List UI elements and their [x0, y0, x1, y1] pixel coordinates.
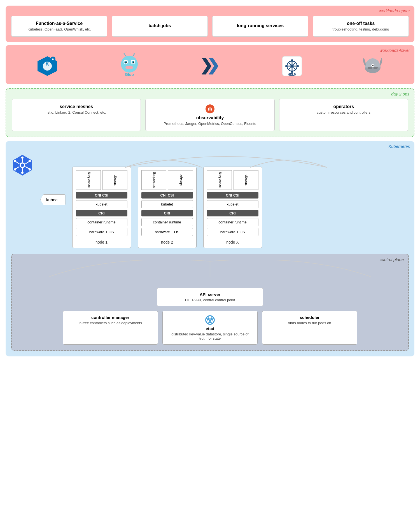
controller-manager-sub: in-tree controllers such as deployments: [68, 321, 153, 325]
nodeX-container-runtime: container runtime: [207, 218, 258, 226]
knative-icon: K n: [36, 55, 59, 77]
card-oneoff: one-off tasks troubleshooting, testing, …: [313, 16, 409, 37]
svg-point-31: [291, 59, 293, 62]
nodes-row: networking storage CNI CSI kubelet CRI: [72, 167, 409, 248]
day2-operators-card: operators custom resources and controlle…: [279, 99, 408, 131]
kuma-icon-item: [200, 55, 223, 77]
node1-label: node 1: [76, 240, 127, 244]
workloads-upper-cards: Function-as-a-Service Kubeless, OpenFaaS…: [11, 16, 409, 37]
scheduler-sub: finds nodes to run pods on: [267, 321, 352, 325]
gloo-icon-item: Gloo: [117, 53, 142, 79]
control-plane-arcs: [17, 260, 403, 282]
workloads-upper-section: workloads-upper Function-as-a-Service Ku…: [6, 6, 414, 42]
node2-top: networking storage: [141, 170, 193, 190]
node2-cni: CNI: [160, 193, 167, 197]
workloads-lower-icons: K n Gloo: [11, 53, 409, 79]
svg-rect-44: [211, 108, 212, 111]
node2-hardware-os: hardware + OS: [141, 228, 193, 236]
svg-text:HELM: HELM: [288, 73, 296, 76]
node1-storage: storage: [102, 170, 127, 190]
main-container: workloads-upper Function-as-a-Service Ku…: [6, 6, 414, 356]
day2-observability-card: observability Prometheus, Jaeger, OpenMe…: [145, 99, 274, 131]
nodeX-label: node X: [207, 240, 258, 244]
card-batch: batch jobs: [112, 16, 208, 37]
svg-point-12: [125, 66, 133, 69]
nodeX-top: networking storage: [207, 170, 258, 190]
brigade-icon-item: [361, 55, 384, 77]
svg-point-5: [121, 56, 138, 73]
day2-service-meshes-sub: Istio, Linkerd 2, Consul Connect, etc.: [18, 110, 135, 115]
svg-rect-38: [372, 67, 374, 73]
controller-manager-title: controller manager: [68, 315, 153, 320]
card-longrunning-title: long-running services: [237, 23, 284, 28]
svg-text:K: K: [46, 61, 49, 67]
node2-cni-csi: CNI CSI: [141, 192, 193, 199]
svg-point-58: [14, 168, 16, 171]
svg-line-14: [125, 54, 126, 56]
card-faas-sub: Kubeless, OpenFaaS, OpenWhisk, etc.: [27, 27, 91, 31]
card-batch-title: batch jobs: [148, 23, 171, 28]
etcd-card: etcd distributed key-value datastore, si…: [162, 311, 258, 345]
day2-observability-title: observability: [151, 115, 269, 120]
day2-ops-cards: service meshes Istio, Linkerd 2, Consul …: [12, 99, 408, 131]
svg-point-11: [133, 62, 134, 63]
svg-marker-18: [202, 58, 211, 74]
node1-top: networking storage: [76, 170, 127, 190]
day2-operators-title: operators: [285, 104, 402, 109]
svg-point-22: [290, 64, 294, 68]
svg-point-56: [14, 160, 16, 162]
node1-container-runtime: container runtime: [76, 218, 127, 226]
node1-networking: networking: [76, 170, 101, 190]
scheduler-card: scheduler finds nodes to run pods on: [262, 311, 357, 345]
node1-csi: CSI: [102, 193, 108, 197]
nodeX-kubelet: kubelet: [207, 200, 258, 208]
workloads-lower-section: workloads-lower K n: [6, 45, 414, 84]
svg-point-54: [21, 157, 24, 159]
control-plane-bottom-row: controller manager in-tree controllers s…: [17, 311, 403, 345]
node2-kubelet: kubelet: [141, 200, 193, 208]
svg-point-10: [125, 62, 127, 63]
day2-ops-section: day 2 ops service meshes Istio, Linkerd …: [6, 88, 414, 137]
day2-observability-sub: Prometheus, Jaeger, OpenMetrics, OpenCen…: [151, 122, 269, 126]
node1-cri: CRI: [98, 211, 104, 215]
nodeX-cri-row: CRI: [207, 210, 258, 216]
etcd-icon: [205, 315, 215, 325]
node1-kubelet: kubelet: [76, 200, 127, 208]
nodes-area: networking storage CNI CSI kubelet CRI: [72, 151, 409, 248]
node2-label: node 2: [141, 240, 193, 244]
node2-networking: networking: [141, 170, 166, 190]
svg-text:Gloo: Gloo: [125, 72, 134, 77]
node2-csi: CSI: [168, 193, 174, 197]
node1-box: networking storage CNI CSI kubelet CRI: [72, 167, 131, 248]
card-oneoff-sub: troubleshooting, testing, debugging: [332, 27, 389, 31]
helm-icon-item: HELM: [281, 55, 303, 77]
kubernetes-helm-icon: [11, 154, 34, 176]
nodeX-box: networking storage CNI CSI kubelet CRI: [203, 167, 262, 248]
workloads-lower-label: workloads-lower: [380, 48, 410, 53]
nodeX-networking: networking: [207, 170, 232, 190]
node1-cni: CNI: [95, 193, 101, 197]
nodeX-cni: CNI: [226, 193, 232, 197]
helm-icon: HELM: [281, 55, 303, 77]
knative-icon-item: K n: [36, 55, 59, 77]
kubectl-box: kubectl: [40, 194, 66, 205]
card-faas-title: Function-as-a-Service: [36, 21, 83, 26]
day2-operators-sub: custom resources and controllers: [285, 110, 402, 115]
gloo-icon: Gloo: [117, 53, 142, 79]
prometheus-icon: [205, 104, 215, 114]
node1-cni-csi: CNI CSI: [76, 192, 127, 199]
kubernetes-label: Kubernetes: [388, 144, 410, 149]
etcd-sub: distributed key-value datastore, single …: [168, 332, 252, 340]
scheduler-title: scheduler: [267, 315, 352, 320]
node2-cri: CRI: [164, 211, 170, 215]
controller-manager-card: controller manager in-tree controllers s…: [63, 311, 158, 345]
svg-point-47: [21, 164, 24, 167]
kuma-icon: [200, 55, 223, 77]
svg-line-16: [133, 54, 134, 56]
node2-storage: storage: [168, 170, 193, 190]
node1-cri-row: CRI: [76, 210, 127, 216]
svg-rect-43: [209, 107, 210, 111]
card-faas: Function-as-a-Service Kubeless, OpenFaaS…: [11, 16, 107, 37]
node2-box: networking storage CNI CSI kubelet CRI: [138, 167, 197, 248]
day2-service-meshes-title: service meshes: [18, 104, 135, 109]
